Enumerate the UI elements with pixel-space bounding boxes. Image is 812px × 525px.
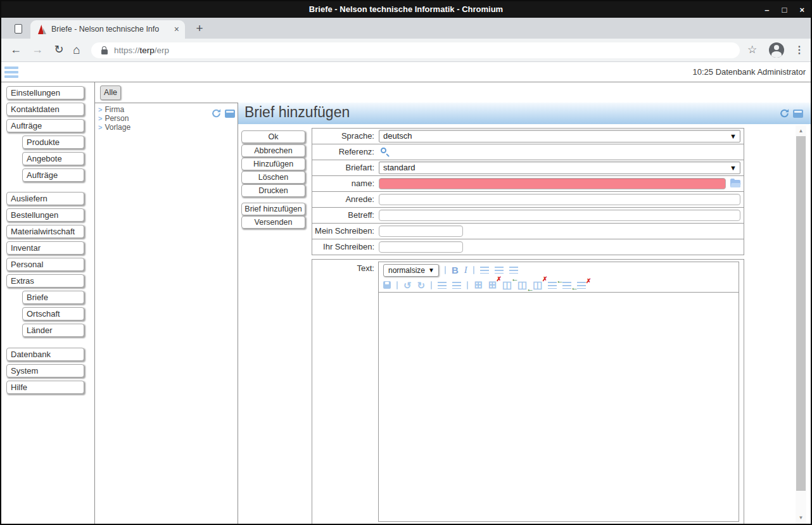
insert-column-right-icon[interactable]: ◫←: [517, 280, 527, 290]
refresh-icon[interactable]: [211, 108, 222, 118]
sidebar-item-inventar[interactable]: Inventar: [6, 241, 84, 255]
scroll-down-icon[interactable]: ▼: [796, 514, 806, 522]
tab-strip: Briefe - Nelson technische Info × +: [1, 18, 811, 39]
sidebar-item-bestellungen[interactable]: Bestellungen: [6, 208, 84, 222]
sidebar-item-datenbank[interactable]: Datenbank: [6, 348, 84, 361]
divider: [1, 82, 811, 82]
tab-briefe[interactable]: Briefe - Nelson technische Info ×: [30, 20, 185, 39]
tab-close-icon[interactable]: ×: [174, 20, 179, 39]
delete-column-icon[interactable]: ◫✗: [533, 280, 542, 290]
profile-avatar-icon[interactable]: [769, 42, 784, 58]
scroll-up-icon[interactable]: ▲: [796, 127, 806, 136]
form-row-referenz: Referenz:: [312, 144, 744, 160]
name-field[interactable]: [379, 178, 726, 189]
sidebar-item-ausliefern[interactable]: Ausliefern: [6, 192, 84, 205]
sidebar-item-hilfe[interactable]: Hilfe: [6, 381, 84, 394]
home-icon[interactable]: ⌂: [68, 39, 85, 61]
betreff-field[interactable]: [379, 210, 740, 221]
open-folder-icon[interactable]: [730, 180, 740, 187]
insert-row-below-icon[interactable]: ←: [562, 282, 571, 289]
sidebar-item-personal[interactable]: Personal: [6, 258, 84, 271]
loeschen-button[interactable]: Löschen: [241, 171, 305, 184]
save-icon[interactable]: [383, 281, 391, 289]
reload-icon[interactable]: ↻: [51, 39, 67, 61]
minimize-icon[interactable]: –: [764, 5, 769, 15]
insert-row-above-icon[interactable]: ←: [548, 282, 557, 289]
referenz-label: Referenz:: [312, 144, 374, 160]
briefart-select[interactable]: standard ▼: [379, 161, 740, 174]
scrollbar-thumb[interactable]: [796, 136, 806, 491]
insert-column-left-icon[interactable]: ◫←: [502, 280, 512, 290]
ok-button[interactable]: Ok: [241, 130, 305, 143]
form-row-ihr-schreiben: Ihr Schreiben:: [312, 239, 744, 255]
save-icon[interactable]: [225, 110, 235, 118]
chevron-right-icon[interactable]: >: [98, 115, 102, 122]
sidebar-item-angebote[interactable]: Angebote: [22, 152, 84, 165]
sidebar-item-kontaktdaten[interactable]: Kontaktdaten: [6, 103, 84, 116]
vertical-scrollbar[interactable]: ▲ ▼: [796, 125, 806, 524]
abbrechen-button[interactable]: Abbrechen: [241, 144, 305, 157]
align-left-icon[interactable]: [480, 267, 489, 274]
sidebar-item-auftraege-sub[interactable]: Aufträge: [22, 168, 84, 182]
chevron-right-icon[interactable]: >: [98, 106, 102, 113]
sprache-select[interactable]: deutsch ▼: [379, 130, 740, 142]
brief-hinzufuegen-button[interactable]: Brief hinzufügen: [241, 203, 305, 215]
sidebar-item-auftraege[interactable]: Aufträge: [6, 119, 84, 132]
tree-item-person[interactable]: >Person: [98, 114, 129, 123]
sidebar-item-produkte[interactable]: Produkte: [22, 136, 84, 149]
italic-icon[interactable]: I: [464, 265, 467, 275]
hamburger-menu-icon[interactable]: [4, 66, 18, 80]
anrede-field[interactable]: [379, 194, 740, 205]
name-label: name:: [312, 176, 374, 191]
sidebar-item-extras[interactable]: Extras: [6, 274, 84, 288]
document-icon: [15, 24, 22, 34]
filter-alle-button[interactable]: Alle: [100, 85, 121, 100]
drucken-button[interactable]: Drucken: [241, 184, 305, 197]
tab-title: Briefe - Nelson technische Info: [51, 20, 164, 39]
divider: [467, 281, 468, 289]
back-icon[interactable]: ←: [8, 39, 24, 61]
undo-icon[interactable]: ↺: [403, 281, 412, 290]
search-icon[interactable]: [381, 148, 390, 156]
editor-content[interactable]: [379, 293, 739, 521]
sidebar-item-briefe[interactable]: Briefe: [22, 291, 84, 304]
bookmark-star-icon[interactable]: ☆: [747, 39, 757, 61]
insert-table-icon[interactable]: ⊞: [474, 280, 482, 290]
richtext-editor[interactable]: normalsize ▼ B I ↺ ↻: [378, 262, 739, 522]
address-bar[interactable]: https://terp/erp: [91, 42, 740, 58]
delete-row-icon[interactable]: ✗: [577, 282, 586, 289]
bold-icon[interactable]: B: [452, 265, 459, 275]
close-icon[interactable]: ×: [799, 5, 804, 15]
save-icon[interactable]: [793, 110, 803, 118]
browser-menu-icon[interactable]: ⋮: [794, 39, 804, 61]
maximize-icon[interactable]: □: [782, 5, 787, 15]
align-center-icon[interactable]: [495, 267, 504, 274]
tree-item-firma[interactable]: >Firma: [98, 105, 124, 114]
divider: [473, 266, 474, 274]
redo-icon[interactable]: ↻: [417, 281, 426, 290]
forward-icon[interactable]: →: [29, 39, 46, 61]
sidebar-item-laender[interactable]: Länder: [22, 324, 84, 337]
new-tab-button[interactable]: +: [191, 20, 208, 37]
window-titlebar: Briefe - Nelson technische Informatik - …: [1, 1, 811, 18]
numbered-list-icon[interactable]: [452, 282, 461, 289]
bullet-list-icon[interactable]: [438, 282, 447, 289]
tab-overview-button[interactable]: [9, 20, 28, 37]
hinzufuegen-button[interactable]: Hinzufügen: [241, 158, 305, 170]
ihr-schreiben-field[interactable]: [379, 241, 463, 253]
sidebar-item-system[interactable]: System: [6, 364, 84, 377]
sidebar-item-einstellungen[interactable]: Einstellungen: [6, 86, 84, 99]
sidebar-item-materialwirtschaft[interactable]: Materialwirtschaft: [6, 225, 84, 238]
sidebar-item-ortschaft[interactable]: Ortschaft: [22, 307, 84, 320]
mein-schreiben-label: Mein Schreiben:: [312, 224, 374, 239]
delete-table-icon[interactable]: ⊞✗: [488, 280, 497, 290]
chevron-down-icon: ▼: [730, 130, 737, 142]
versenden-button[interactable]: Versenden: [241, 216, 305, 229]
font-size-select[interactable]: normalsize ▼: [383, 264, 439, 277]
ihr-schreiben-label: Ihr Schreiben:: [312, 239, 374, 255]
align-right-icon[interactable]: [509, 267, 518, 274]
chevron-right-icon[interactable]: >: [98, 123, 102, 131]
mein-schreiben-field[interactable]: [379, 225, 463, 237]
tree-item-vorlage[interactable]: >Vorlage: [98, 123, 130, 132]
refresh-icon[interactable]: [779, 108, 790, 118]
